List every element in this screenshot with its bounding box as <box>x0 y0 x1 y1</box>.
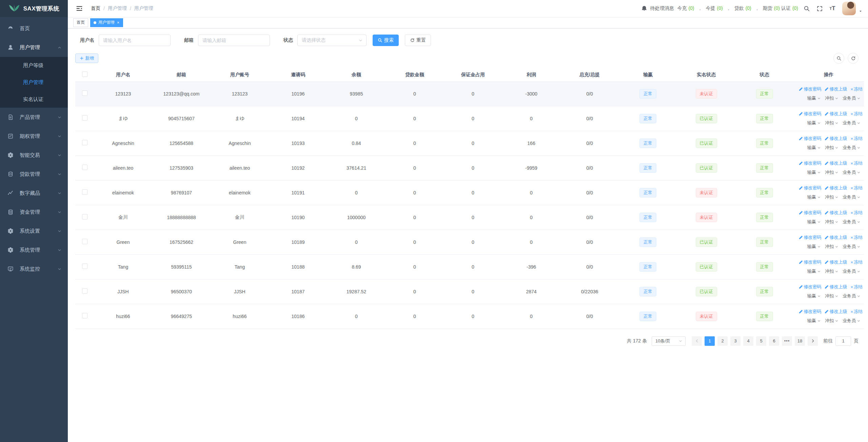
salesman-dropdown[interactable]: 业务员 <box>843 194 861 200</box>
close-icon[interactable]: × <box>117 20 120 25</box>
change-password-link[interactable]: 修改密码 <box>799 185 821 191</box>
winlose-dropdown[interactable]: 输赢 <box>807 268 821 274</box>
sidebar-item-product-management[interactable]: 产品管理 <box>0 108 68 127</box>
tab-home[interactable]: 首页 <box>73 18 88 27</box>
winlose-dropdown[interactable]: 输赢 <box>807 169 821 175</box>
deduction-dropdown[interactable]: 冲扣 <box>825 145 839 151</box>
deduction-dropdown[interactable]: 冲扣 <box>825 244 839 250</box>
winlose-dropdown[interactable]: 输赢 <box>807 145 821 151</box>
sidebar-item-system-settings[interactable]: 系统设置 <box>0 222 68 240</box>
row-checkbox[interactable] <box>82 313 87 318</box>
sidebar-item-loan-management[interactable]: 贷款管理 <box>0 165 68 184</box>
select-all-checkbox[interactable] <box>82 71 87 77</box>
salesman-dropdown[interactable]: 业务员 <box>843 318 861 324</box>
change-password-link[interactable]: 修改密码 <box>799 111 821 117</box>
change-password-link[interactable]: 修改密码 <box>799 210 821 216</box>
change-password-link[interactable]: 修改密码 <box>799 234 821 240</box>
change-superior-link[interactable]: 修改上级 <box>825 111 847 117</box>
change-superior-link[interactable]: 修改上级 <box>825 259 847 265</box>
reset-button[interactable]: 重置 <box>405 35 431 46</box>
more-pages-button[interactable]: ••• <box>782 336 792 346</box>
deduction-dropdown[interactable]: 冲扣 <box>825 219 839 225</box>
change-password-link[interactable]: 修改密码 <box>799 259 821 265</box>
change-superior-link[interactable]: 修改上级 <box>825 86 847 92</box>
sidebar-subitem-realname-auth[interactable]: 实名认证 <box>0 91 68 108</box>
sidebar-item-digital-collectibles[interactable]: 数字藏品 <box>0 184 68 203</box>
prev-page-button[interactable] <box>692 336 702 346</box>
row-checkbox[interactable] <box>82 189 87 195</box>
next-page-button[interactable] <box>808 336 818 346</box>
hamburger-icon[interactable] <box>73 5 85 12</box>
row-checkbox[interactable] <box>82 239 87 244</box>
sidebar-item-options-management[interactable]: 期权管理 <box>0 127 68 146</box>
page-button[interactable]: 3 <box>730 336 741 346</box>
username-input[interactable] <box>99 35 171 46</box>
sidebar-subitem-user-management[interactable]: 用户管理 <box>0 74 68 91</box>
change-superior-link[interactable]: 修改上级 <box>825 284 847 290</box>
sidebar-item-home[interactable]: 首页 <box>0 19 68 38</box>
deduction-dropdown[interactable]: 冲扣 <box>825 95 839 101</box>
status-select[interactable]: 请选择状态 <box>297 35 367 46</box>
app-logo[interactable]: SAX管理系统 <box>0 0 68 17</box>
font-size-icon[interactable]: TT <box>827 3 837 14</box>
row-checkbox[interactable] <box>82 165 87 170</box>
search-button[interactable]: 搜索 <box>373 35 399 46</box>
goto-page-input[interactable] <box>835 336 851 346</box>
page-button[interactable]: 5 <box>756 336 766 346</box>
fullscreen-icon[interactable] <box>814 3 825 14</box>
salesman-dropdown[interactable]: 业务员 <box>843 268 861 274</box>
salesman-dropdown[interactable]: 业务员 <box>843 219 861 225</box>
avatar[interactable] <box>842 2 856 15</box>
row-checkbox[interactable] <box>82 214 87 219</box>
row-checkbox[interactable] <box>82 288 87 294</box>
freeze-link[interactable]: ×冻结 <box>850 86 863 92</box>
freeze-link[interactable]: ×冻结 <box>850 234 863 240</box>
freeze-link[interactable]: ×冻结 <box>850 185 863 191</box>
winlose-dropdown[interactable]: 输赢 <box>807 293 821 299</box>
winlose-dropdown[interactable]: 输赢 <box>807 318 821 324</box>
email-input[interactable] <box>198 35 270 46</box>
sidebar-item-funds-management[interactable]: 资金管理 <box>0 203 68 222</box>
change-superior-link[interactable]: 修改上级 <box>825 309 847 315</box>
table-refresh-icon[interactable] <box>848 53 859 64</box>
table-search-icon[interactable] <box>833 53 844 64</box>
deduction-dropdown[interactable]: 冲扣 <box>825 169 839 175</box>
change-password-link[interactable]: 修改密码 <box>799 86 821 92</box>
breadcrumb-item[interactable]: 首页 <box>91 5 100 12</box>
freeze-link[interactable]: ×冻结 <box>850 111 863 117</box>
page-button[interactable]: 4 <box>743 336 753 346</box>
row-checkbox[interactable] <box>82 115 87 121</box>
salesman-dropdown[interactable]: 业务员 <box>843 145 861 151</box>
change-password-link[interactable]: 修改密码 <box>799 309 821 315</box>
salesman-dropdown[interactable]: 业务员 <box>843 95 861 101</box>
tab-user-management[interactable]: 用户管理× <box>90 18 123 27</box>
sidebar-item-system-management[interactable]: 系统管理 <box>0 240 68 259</box>
page-button[interactable]: 6 <box>769 336 779 346</box>
salesman-dropdown[interactable]: 业务员 <box>843 169 861 175</box>
freeze-link[interactable]: ×冻结 <box>850 309 863 315</box>
page-size-select[interactable]: 10条/页 <box>652 336 686 346</box>
sidebar-item-user-management[interactable]: 用户管理 <box>0 38 68 57</box>
caret-down-icon[interactable] <box>859 9 863 13</box>
add-user-button[interactable]: 新增 <box>75 54 98 63</box>
change-password-link[interactable]: 修改密码 <box>799 135 821 142</box>
deduction-dropdown[interactable]: 冲扣 <box>825 268 839 274</box>
row-checkbox[interactable] <box>82 140 87 145</box>
change-superior-link[interactable]: 修改上级 <box>825 160 847 166</box>
page-button[interactable]: 2 <box>717 336 728 346</box>
row-checkbox[interactable] <box>82 264 87 269</box>
winlose-dropdown[interactable]: 输赢 <box>807 120 821 126</box>
deduction-dropdown[interactable]: 冲扣 <box>825 120 839 126</box>
winlose-dropdown[interactable]: 输赢 <box>807 244 821 250</box>
page-button[interactable]: 1 <box>705 336 715 346</box>
change-superior-link[interactable]: 修改上级 <box>825 210 847 216</box>
salesman-dropdown[interactable]: 业务员 <box>843 293 861 299</box>
deduction-dropdown[interactable]: 冲扣 <box>825 293 839 299</box>
change-superior-link[interactable]: 修改上级 <box>825 185 847 191</box>
freeze-link[interactable]: ×冻结 <box>850 160 863 166</box>
winlose-dropdown[interactable]: 输赢 <box>807 194 821 200</box>
winlose-dropdown[interactable]: 输赢 <box>807 95 821 101</box>
sidebar-item-smart-trade[interactable]: 智能交易 <box>0 146 68 165</box>
freeze-link[interactable]: ×冻结 <box>850 284 863 290</box>
freeze-link[interactable]: ×冻结 <box>850 210 863 216</box>
